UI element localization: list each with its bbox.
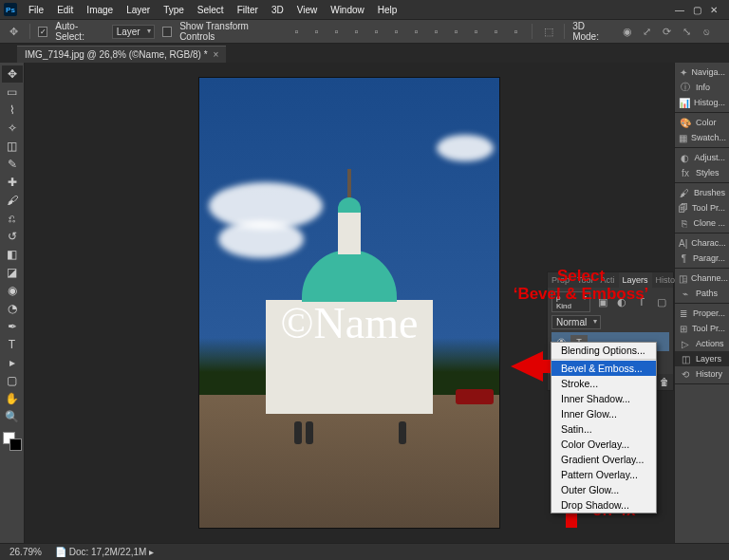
- fx-satin[interactable]: Satin...: [551, 421, 656, 437]
- 3d-icon[interactable]: ⤡: [679, 23, 696, 40]
- align-icon[interactable]: ▫: [327, 23, 345, 40]
- panel-menu-icon[interactable]: ≡: [679, 272, 691, 288]
- align-icon[interactable]: ▫: [447, 23, 464, 40]
- panel-clone[interactable]: ⎘Clone ...: [675, 215, 729, 231]
- trash-icon[interactable]: 🗑: [660, 377, 669, 387]
- menu-file[interactable]: File: [23, 3, 49, 17]
- align-icon[interactable]: ▫: [367, 23, 384, 40]
- document-title: IMG_7194.jpg @ 26,8% (©Name, RGB/8) *: [25, 49, 208, 60]
- menu-window[interactable]: Window: [325, 3, 370, 17]
- marquee-tool[interactable]: ▭: [2, 84, 23, 101]
- panel-actions[interactable]: ▷Actions: [675, 336, 729, 351]
- minimize-button[interactable]: —: [674, 4, 685, 15]
- blur-tool[interactable]: ◉: [2, 282, 23, 299]
- panel-paths[interactable]: ⌁Paths: [675, 286, 729, 301]
- eraser-tool[interactable]: ◧: [2, 246, 23, 263]
- menu-image[interactable]: Image: [81, 3, 119, 17]
- panel-histogram[interactable]: 📊Histog...: [675, 95, 729, 110]
- magic-wand-tool[interactable]: ✧: [2, 120, 23, 137]
- align-icon[interactable]: ▫: [308, 23, 325, 40]
- menu-3d[interactable]: 3D: [266, 3, 290, 17]
- fx-bevel-emboss[interactable]: Bevel & Emboss...: [551, 361, 656, 376]
- hand-tool[interactable]: ✋: [2, 390, 23, 407]
- align-icons: ▫ ▫ ▫ ▫ ▫ ▫ ▫ ▫ ▫ ▫ ▫ ▫: [288, 23, 524, 40]
- fx-stroke[interactable]: Stroke...: [551, 376, 656, 391]
- type-tool[interactable]: T: [2, 336, 23, 353]
- fx-color-overlay[interactable]: Color Overlay...: [551, 437, 656, 452]
- panel-brushes[interactable]: 🖌Brushes: [675, 185, 729, 200]
- gradient-tool[interactable]: ◪: [2, 264, 23, 281]
- fx-pattern-overlay[interactable]: Pattern Overlay...: [551, 467, 656, 482]
- maximize-button[interactable]: ▢: [691, 4, 702, 15]
- document-canvas[interactable]: ©Name: [199, 78, 499, 528]
- panel-history[interactable]: ⟲History: [675, 366, 729, 382]
- pen-tool[interactable]: ✒: [2, 318, 23, 335]
- menu-select[interactable]: Select: [192, 3, 230, 17]
- menu-type[interactable]: Type: [158, 3, 190, 17]
- menu-help[interactable]: Help: [372, 3, 403, 17]
- show-transform-checkbox[interactable]: [162, 27, 172, 37]
- brush-tool[interactable]: 🖌: [2, 192, 23, 209]
- panel-paragraph[interactable]: ¶Paragr...: [675, 251, 729, 266]
- panel-toolpresets2[interactable]: ⊞Tool Pr...: [675, 321, 729, 336]
- menu-layer[interactable]: Layer: [121, 3, 156, 17]
- annotation-arrow-left: [511, 351, 543, 382]
- align-icon[interactable]: ▫: [507, 23, 524, 40]
- history-brush-tool[interactable]: ↺: [2, 228, 23, 245]
- shape-tool[interactable]: ▢: [2, 372, 23, 389]
- 3d-icon[interactable]: ⟳: [659, 23, 676, 40]
- fx-inner-glow[interactable]: Inner Glow...: [551, 406, 656, 421]
- fx-inner-shadow[interactable]: Inner Shadow...: [551, 391, 656, 406]
- panel-navigator[interactable]: ✦Naviga...: [675, 65, 729, 80]
- align-icon[interactable]: ▫: [467, 23, 484, 40]
- align-icon[interactable]: ▫: [487, 23, 504, 40]
- history-icon: ⟲: [679, 369, 692, 380]
- panel-adjustments[interactable]: ◐Adjust...: [675, 150, 729, 165]
- healing-tool[interactable]: ✚: [2, 174, 23, 191]
- zoom-tool[interactable]: 🔍: [2, 408, 23, 425]
- color-swatches[interactable]: [3, 432, 22, 451]
- dodge-tool[interactable]: ◔: [2, 300, 23, 317]
- auto-align-icon[interactable]: ⬚: [540, 23, 556, 40]
- fx-blending-options[interactable]: Blending Options...: [551, 343, 656, 358]
- panel-character[interactable]: A|Charac...: [675, 235, 729, 251]
- layers-icon: ◫: [679, 354, 692, 364]
- align-icon[interactable]: ▫: [387, 23, 404, 40]
- align-icon[interactable]: ▫: [427, 23, 444, 40]
- clone-tool[interactable]: ⎌: [2, 210, 23, 227]
- path-select-tool[interactable]: ▸: [2, 354, 23, 371]
- align-icon[interactable]: ▫: [288, 23, 305, 40]
- panel-swatches[interactable]: ▦Swatch...: [675, 130, 729, 145]
- paragraph-icon: ¶: [679, 253, 689, 264]
- doc-size[interactable]: 📄 Doc: 17,2M/22,1M ▸: [55, 547, 154, 557]
- document-tab[interactable]: IMG_7194.jpg @ 26,8% (©Name, RGB/8) * ×: [17, 46, 226, 63]
- crop-tool[interactable]: ◫: [2, 138, 23, 155]
- menu-filter[interactable]: Filter: [232, 3, 264, 17]
- eyedropper-tool[interactable]: ✎: [2, 156, 23, 173]
- tool-presets-icon: ⊞: [679, 324, 688, 334]
- zoom-value[interactable]: 26.79%: [9, 547, 42, 557]
- panel-color[interactable]: 🎨Color: [675, 115, 729, 130]
- panel-styles[interactable]: fxStyles: [675, 165, 729, 180]
- blend-mode-dropdown[interactable]: Normal: [551, 315, 601, 329]
- close-tab-icon[interactable]: ×: [214, 49, 219, 60]
- panel-properties[interactable]: ≣Proper...: [675, 306, 729, 321]
- menu-edit[interactable]: Edit: [51, 3, 79, 17]
- fx-outer-glow[interactable]: Outer Glow...: [551, 482, 656, 497]
- close-button[interactable]: ✕: [708, 4, 720, 15]
- lasso-tool[interactable]: ⌇: [2, 102, 23, 119]
- align-icon[interactable]: ▫: [407, 23, 424, 40]
- 3d-icon[interactable]: ⍉: [699, 23, 716, 40]
- align-icon[interactable]: ▫: [347, 23, 364, 40]
- auto-select-checkbox[interactable]: ✓: [38, 27, 47, 37]
- 3d-icon[interactable]: ⤢: [639, 23, 656, 40]
- menu-view[interactable]: View: [291, 3, 324, 17]
- panel-info[interactable]: ⓘInfo: [675, 80, 729, 95]
- fx-drop-shadow[interactable]: Drop Shadow...: [551, 497, 656, 513]
- panel-layers[interactable]: ◫Layers: [675, 351, 729, 366]
- fx-gradient-overlay[interactable]: Gradient Overlay...: [551, 452, 656, 467]
- move-tool[interactable]: ✥: [2, 65, 23, 83]
- auto-select-dropdown[interactable]: Layer: [112, 25, 155, 39]
- 3d-icon[interactable]: ◉: [619, 23, 636, 40]
- panel-toolpresets[interactable]: 🗐Tool Pr...: [675, 200, 729, 215]
